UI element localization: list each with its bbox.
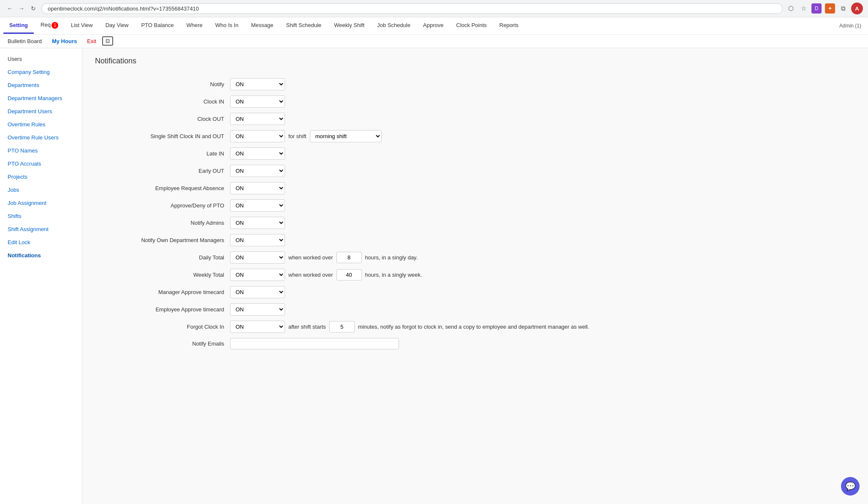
sidebar-item-pto-names[interactable]: PTO Names <box>0 144 82 157</box>
select-early-out[interactable]: ONOFF <box>230 165 285 177</box>
select-single-shift[interactable]: ONOFF <box>230 130 285 142</box>
for-shift-label: for shift <box>288 133 307 139</box>
select-notify[interactable]: ONOFF <box>230 78 285 90</box>
select-clock-in[interactable]: ONOFF <box>230 95 285 108</box>
screen-toggle-icon[interactable]: ⊡ <box>102 36 113 46</box>
label-forgot-clock-in: Forgot Clock In <box>95 324 230 330</box>
nav-tab-message[interactable]: Message <box>245 18 279 34</box>
sidebar-item-jobs[interactable]: Jobs <box>0 183 82 196</box>
back-button[interactable]: ← <box>5 4 14 13</box>
select-mgr-approve-timecard[interactable]: ONOFF <box>230 286 285 298</box>
reload-button[interactable]: ↻ <box>29 4 38 13</box>
form-row-early-out: Early OUT ONOFF <box>95 162 855 180</box>
main-content: Notifications Notify ONOFF Clock IN ONOF… <box>82 48 868 504</box>
select-forgot-clock-in[interactable]: ONOFF <box>230 321 285 333</box>
select-approve-deny-pto[interactable]: ONOFF <box>230 199 285 212</box>
label-daily-total: Daily Total <box>95 254 230 261</box>
cast-icon[interactable]: ⬡ <box>786 4 795 13</box>
nav-tab-dayview[interactable]: Day View <box>100 18 135 34</box>
control-mgr-approve-timecard: ONOFF <box>230 286 855 298</box>
select-emp-request-absence[interactable]: ONOFF <box>230 182 285 194</box>
label-weekly-total: Weekly Total <box>95 272 230 278</box>
address-bar[interactable]: opentimeclock.com/q2/mNotifications.html… <box>41 3 783 14</box>
select-emp-approve-timecard[interactable]: ONOFF <box>230 303 285 316</box>
sidebar-item-users[interactable]: Users <box>0 52 82 65</box>
nav-tab-job-schedule[interactable]: Job Schedule <box>371 18 416 34</box>
extensions-icon[interactable]: ⧉ <box>838 4 848 13</box>
form-row-notify-admins: Notify Admins ONOFF <box>95 214 855 232</box>
form-row-notify-dept-mgrs: Notify Own Department Managers ONOFF <box>95 232 855 249</box>
control-forgot-clock-in: ONOFF after shift starts minutes, notify… <box>230 321 855 333</box>
nav-exit[interactable]: Exit <box>83 36 100 46</box>
select-daily-total[interactable]: ONOFF <box>230 251 285 264</box>
sidebar-item-company-setting[interactable]: Company Setting <box>0 65 82 79</box>
form-row-daily-total: Daily Total ONOFF when worked over hours… <box>95 249 855 266</box>
label-notify-admins: Notify Admins <box>95 220 230 226</box>
form-row-late-in: Late IN ONOFF <box>95 145 855 162</box>
sidebar-item-department-users[interactable]: Department Users <box>0 105 82 118</box>
req-badge: 1 <box>52 22 58 29</box>
notify-emails-input[interactable] <box>230 338 399 349</box>
select-shift-name[interactable]: morning shift afternoon shift evening sh… <box>310 130 382 142</box>
nav-tab-listview[interactable]: List View <box>65 18 99 34</box>
nav-tab-where[interactable]: Where <box>181 18 209 34</box>
sidebar-item-job-assignment[interactable]: Job Assignment <box>0 196 82 210</box>
nav-tab-pto-balance[interactable]: PTO Balance <box>135 18 179 34</box>
form-row-mgr-approve-timecard: Manager Approve timecard ONOFF <box>95 283 855 301</box>
nav-tab-clock-points[interactable]: Clock Points <box>450 18 493 34</box>
label-notify-dept-mgrs: Notify Own Department Managers <box>95 237 230 243</box>
form-row-notify: Notify ONOFF <box>95 76 855 93</box>
daily-hours-input[interactable] <box>336 252 362 263</box>
select-weekly-total[interactable]: ONOFF <box>230 269 285 281</box>
sidebar-item-shifts[interactable]: Shifts <box>0 210 82 223</box>
control-notify-emails <box>230 338 855 349</box>
label-single-shift: Single Shift Clock IN and OUT <box>95 133 230 139</box>
nav-tab-setting[interactable]: Setting <box>3 18 34 34</box>
control-weekly-total: ONOFF when worked over hours, in a singl… <box>230 269 855 281</box>
select-notify-dept-mgrs[interactable]: ONOFF <box>230 234 285 246</box>
control-single-shift: ONOFF for shift morning shift afternoon … <box>230 130 855 142</box>
label-notify-emails: Notify Emails <box>95 341 230 347</box>
notifications-form: Notify ONOFF Clock IN ONOFF Clock OU <box>95 76 855 352</box>
select-clock-out[interactable]: ONOFF <box>230 113 285 125</box>
chat-bubble-button[interactable]: 💬 <box>841 477 860 496</box>
select-late-in[interactable]: ONOFF <box>230 147 285 160</box>
sidebar-item-overtime-rules[interactable]: Overtime Rules <box>0 118 82 131</box>
app-header: Setting Req1 List View Day View PTO Bala… <box>0 17 868 48</box>
extension-orange-icon[interactable]: ✦ <box>825 3 835 14</box>
sidebar-item-edit-lock[interactable]: Edit Lock <box>0 236 82 249</box>
daily-after-text: hours, in a singly day. <box>365 254 418 261</box>
sidebar-item-department-managers[interactable]: Department Managers <box>0 92 82 105</box>
forgot-after-text: after shift starts <box>288 324 326 330</box>
nav-tab-weekly-shift[interactable]: Weekly Shift <box>328 18 370 34</box>
extension-purple-icon[interactable]: D <box>811 3 822 14</box>
control-early-out: ONOFF <box>230 165 855 177</box>
browser-nav-controls[interactable]: ← → ↻ <box>5 4 38 13</box>
nav-tab-reports[interactable]: Reports <box>494 18 525 34</box>
form-row-emp-approve-timecard: Employee Approve timecard ONOFF <box>95 301 855 318</box>
label-approve-deny-pto: Approve/Deny of PTO <box>95 202 230 209</box>
nav-tab-req[interactable]: Req1 <box>35 17 64 34</box>
control-notify-dept-mgrs: ONOFF <box>230 234 855 246</box>
sidebar-item-pto-accruals[interactable]: PTO Accruals <box>0 157 82 170</box>
sidebar-item-shift-assignment[interactable]: Shift Assignment <box>0 223 82 236</box>
forward-button[interactable]: → <box>17 4 26 13</box>
bookmark-icon[interactable]: ☆ <box>799 4 808 13</box>
nav-bulletin-board[interactable]: Bulletin Board <box>3 36 46 46</box>
nav-my-hours[interactable]: My Hours <box>48 36 81 46</box>
weekly-hours-input[interactable] <box>336 269 362 281</box>
nav-tab-who-is-in[interactable]: Who Is In <box>209 18 244 34</box>
form-row-approve-deny-pto: Approve/Deny of PTO ONOFF <box>95 197 855 214</box>
nav-tab-approve[interactable]: Approve <box>417 18 449 34</box>
nav-tab-shift-schedule[interactable]: Shift Schedule <box>280 18 327 34</box>
select-notify-admins[interactable]: ONOFF <box>230 217 285 229</box>
sidebar-item-notifications[interactable]: Notifications <box>0 249 82 262</box>
forgot-minutes-input[interactable] <box>329 321 355 332</box>
sidebar-item-overtime-rule-users[interactable]: Overtime Rule Users <box>0 131 82 144</box>
label-late-in: Late IN <box>95 150 230 157</box>
page-title: Notifications <box>95 57 855 65</box>
sidebar-item-projects[interactable]: Projects <box>0 170 82 183</box>
browser-chrome: ← → ↻ opentimeclock.com/q2/mNotification… <box>0 0 868 17</box>
sidebar-item-departments[interactable]: Departments <box>0 79 82 92</box>
avatar[interactable]: A <box>851 3 863 14</box>
